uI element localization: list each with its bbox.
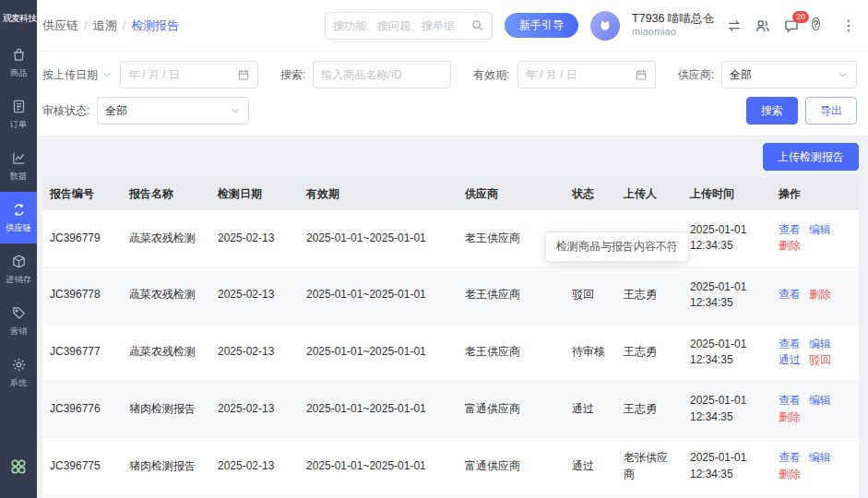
table-row: JC396776猪肉检测报告2025-02-132025-01-01~2025-… [42,381,859,438]
help-icon[interactable]: ? [812,18,828,34]
row-action-link[interactable]: 编辑 [809,394,831,407]
breadcrumb-separator: / [123,18,126,32]
breadcrumb-item[interactable]: 供应链 [42,18,78,34]
upload-date-field[interactable] [128,68,232,81]
product-search-box[interactable] [313,61,451,89]
cell-upload_time: 2025-01-01 12:34:35 [683,324,771,381]
user-subname: miaomiao [632,26,714,39]
cell-upload_time: 2025-01-01 12:34:35 [683,267,771,324]
cell-report_no: JC396778 [42,267,122,324]
table-body: JC396779蔬菜农残检测2025-02-132025-01-01~2025-… [42,210,859,498]
row-action-link[interactable]: 通过 [779,353,801,366]
row-action-link[interactable]: 删除 [809,288,831,301]
sidebar-menu: 商品订单数据供应链进销存营销系统 [0,37,37,398]
supplier-select[interactable]: 全部 [721,61,857,89]
contacts-icon[interactable] [755,18,771,34]
table-row: JC396778蔬菜农残检测2025-02-132025-01-01~2025-… [42,267,859,324]
row-action-link[interactable]: 查看 [779,288,801,301]
global-search-input[interactable] [333,19,465,32]
row-action-link[interactable]: 删除 [779,410,801,423]
row-action-link[interactable]: 驳回 [809,353,831,366]
audit-status-value: 全部 [105,103,127,119]
row-action-link[interactable]: 查看 [779,451,801,464]
validity-date-field[interactable] [526,68,629,81]
row-action-link[interactable]: 删除 [779,468,801,480]
filter-bar: 按上传日期 搜索: 有效期: [37,52,868,136]
column-header: 报告名称 [122,178,210,210]
cell-status: 待审核 [565,324,616,381]
sidebar-item-marketing[interactable]: 营销 [0,295,37,347]
global-search-box[interactable] [325,12,493,40]
sidebar-item-goods[interactable]: 商品 [0,37,37,89]
row-action-link[interactable]: 删除 [779,239,801,252]
row-action-link[interactable]: 查看 [779,394,801,407]
cell-status: 通过 [565,381,616,438]
cell-actions: 查看编辑删除 [771,210,859,267]
row-action-link[interactable]: 查看 [779,338,801,350]
chevron-down-icon [230,105,241,116]
upload-report-button[interactable]: 上传检测报告 [763,143,859,171]
sidebar-item-data[interactable]: 数据 [0,140,37,192]
sidebar-item-label: 商品 [10,67,27,79]
user-info[interactable]: T7936 喵喵总仓 miaomiao [632,12,714,39]
guide-button[interactable]: 新手引导 [505,13,578,38]
breadcrumb-item[interactable]: 检测报告 [131,18,179,34]
row-action-link[interactable]: 编辑 [809,338,831,350]
cell-status: 通过 [565,494,616,498]
upload-date-type-select[interactable]: 按上传日期 [42,67,113,83]
supplier-select-value: 全部 [730,67,752,83]
upload-date-input[interactable] [120,61,258,89]
search-button[interactable]: 搜索 [746,97,798,125]
row-action-link[interactable]: 编辑 [809,223,831,236]
calendar-icon [635,68,648,81]
audit-status-select[interactable]: 全部 [97,97,249,125]
cell-report_no: JC396776 [42,381,122,438]
column-header: 检测日期 [210,178,299,210]
breadcrumb-item[interactable]: 追溯 [93,18,117,34]
sidebar-item-label: 数据 [10,171,27,183]
export-button[interactable]: 导出 [805,97,857,125]
content-area: 上传检测报告 报告编号报告名称检测日期有效期供应商状态上传人上传时间操作 JC3… [37,136,868,498]
search-icon[interactable] [470,18,484,32]
breadcrumb: 供应链/追溯/检测报告 [42,18,179,34]
system-icon [11,357,27,373]
sidebar-item-inventory[interactable]: 进销存 [0,243,37,295]
validity-date-input[interactable] [517,61,656,89]
row-action-link[interactable]: 查看 [779,223,801,236]
audit-status-label: 审核状态: [42,103,89,119]
cell-supplier: 老王供应商 [458,267,565,324]
sidebar-item-label: 进销存 [6,274,31,286]
column-header: 报告编号 [42,178,122,210]
column-header: 上传人 [616,178,683,210]
cell-upload_time: 2025-01-01 12:34:35 [683,381,771,438]
report-table-wrap: 报告编号报告名称检测日期有效期供应商状态上传人上传时间操作 JC396779蔬菜… [42,178,859,498]
sidebar-item-system[interactable]: 系统 [0,347,37,398]
switch-warehouse-icon[interactable] [726,18,743,34]
cell-upload_time: 2025-01-01 12:34:35 [683,438,771,495]
cell-test_date: 2025-02-13 [210,438,299,495]
cell-validity: 2025-01-01~2025-01-01 [299,267,458,324]
row-action-link[interactable]: 编辑 [809,451,831,464]
cell-uploader: 王志勇 [616,381,683,438]
more-icon[interactable]: ⋮ [840,18,857,34]
product-search-input[interactable] [321,68,443,81]
column-header: 状态 [565,178,616,210]
cell-validity: 2025-01-01~2025-01-01 [299,438,458,495]
filter-row-2: 审核状态: 全部 搜索 导出 [42,97,857,125]
validity-label: 有效期: [473,67,509,83]
cell-report_name: 猪肉检测报告 [122,438,210,495]
chevron-down-icon [101,69,113,80]
app-logo: 观麦科技 [0,0,37,37]
sidebar-item-orders[interactable]: 订单 [0,89,37,140]
cell-uploader: 王志勇 [616,324,683,381]
message-icon[interactable]: 20 [783,18,800,34]
cat-icon [596,17,614,35]
table-row: JC396779蔬菜农残检测2025-02-132025-01-01~2025-… [42,210,859,267]
table-toolbar: 上传检测报告 [42,136,859,178]
user-avatar[interactable] [590,11,620,41]
goods-icon [11,47,27,63]
clover-logo-icon[interactable] [8,444,29,498]
cell-uploader: 王志勇 [616,267,683,324]
sidebar-item-supply-chain[interactable]: 供应链 [0,192,37,243]
cell-report_name: 猪肉检测报告 [122,381,210,438]
